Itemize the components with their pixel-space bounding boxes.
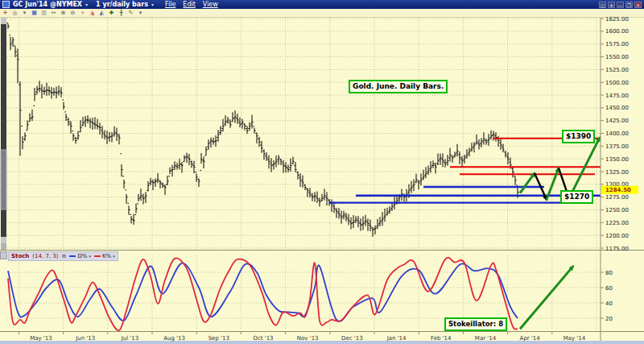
k-caret-icon[interactable]: ▾ xyxy=(113,254,115,259)
price-label-1250: 1250.00 xyxy=(605,207,629,213)
month-label-4: Sep '13 xyxy=(208,335,229,342)
panel-borders xyxy=(0,18,644,342)
window-bottom-edge xyxy=(0,341,644,344)
month-label-1: Jun '13 xyxy=(75,335,95,342)
price-label-1400: 1400.00 xyxy=(605,131,629,137)
chart-note-box[interactable]: Gold. June. Daily Bars. xyxy=(349,80,448,93)
chart-canvas: 1625.001600.001575.001550.001525.001500.… xyxy=(0,0,644,344)
stoch-label-80: 80 xyxy=(605,270,613,276)
scrollbar-up-button[interactable] xyxy=(1,18,6,24)
stoch-k-line xyxy=(8,258,518,331)
month-label-7: Dec '13 xyxy=(341,335,363,342)
scrollbar-down-button[interactable] xyxy=(1,237,6,243)
month-label-6: Nov '13 xyxy=(297,335,319,342)
month-label-5: Oct '13 xyxy=(253,335,273,342)
price-label-1325: 1325.00 xyxy=(605,169,629,176)
d-caret-icon[interactable]: ▾ xyxy=(89,254,91,259)
stoch-label-20: 20 xyxy=(605,316,613,322)
trading-app-window: GC Jun'14 @NYMEX ▾ 1 yr/daily bars ▾ Fil… xyxy=(0,0,644,344)
month-label-3: Aug '13 xyxy=(163,335,185,342)
stoch-expand-icon[interactable]: ⊕ xyxy=(62,253,67,259)
stoch-d-line xyxy=(8,263,518,321)
price-label-1175: 1175.00 xyxy=(605,246,629,252)
price-label-1575: 1575.00 xyxy=(605,41,629,48)
month-label-11: Apr '14 xyxy=(520,335,541,342)
scrollbar-thumb[interactable] xyxy=(1,150,6,209)
price-label-1350: 1350.00 xyxy=(605,156,629,163)
month-label-0: May '13 xyxy=(30,335,52,342)
month-label-8: Jan '14 xyxy=(386,335,407,342)
scrollbar-split-button[interactable] xyxy=(1,243,6,250)
target-1390-box[interactable]: $1390 xyxy=(562,130,595,143)
stoch-legend-k[interactable]: K% ▾ xyxy=(94,253,115,259)
last-price-label: 1284.50 xyxy=(605,187,631,193)
stokeillator-box[interactable]: Stokeillator: 8 xyxy=(444,317,507,331)
price-label-1525: 1525.00 xyxy=(605,67,629,73)
stoch-panel-header: Stoch (14, 7, 3) ⊕ D% ▾ K% ▾ xyxy=(8,251,118,261)
up-arrow-0 xyxy=(520,173,535,193)
price-axis: 1625.001600.001575.001550.001525.001500.… xyxy=(601,16,638,252)
price-label-1550: 1550.00 xyxy=(605,54,629,60)
left-scrollbar xyxy=(1,18,6,250)
month-label-12: May '14 xyxy=(564,335,586,342)
d-line-swatch xyxy=(69,255,76,257)
month-label-10: Mar '14 xyxy=(475,335,497,342)
month-label-9: Feb '14 xyxy=(431,335,452,342)
k-line-swatch xyxy=(94,255,101,257)
price-label-1600: 1600.00 xyxy=(605,28,629,35)
stoch-legend-d[interactable]: D% ▾ xyxy=(69,253,91,259)
price-label-1225: 1225.00 xyxy=(605,220,629,226)
month-label-2: Jul '13 xyxy=(121,335,139,342)
price-label-1475: 1475.00 xyxy=(605,93,629,99)
price-label-1450: 1450.00 xyxy=(605,105,629,111)
d-line-label: D% xyxy=(77,253,87,259)
trend-arrows xyxy=(520,138,600,329)
stoch-params: (14, 7, 3) xyxy=(32,253,58,259)
price-label-1275: 1275.00 xyxy=(605,194,629,201)
price-label-1425: 1425.00 xyxy=(605,118,629,124)
price-label-1375: 1375.00 xyxy=(605,143,629,150)
stoch-label-40: 40 xyxy=(605,300,613,307)
stoch-axis: 80604020 xyxy=(601,270,613,322)
price-label-1500: 1500.00 xyxy=(605,80,629,86)
price-bars xyxy=(6,23,518,237)
support-1270-box[interactable]: $1270 xyxy=(560,190,593,204)
time-axis: May '13Jun '13Jul '13Aug '13Sep '13Oct '… xyxy=(19,332,585,342)
stoch-label-60: 60 xyxy=(605,285,613,292)
stoch-indicator-name[interactable]: Stoch xyxy=(11,253,29,259)
k-line-label: K% xyxy=(102,253,111,259)
price-label-1200: 1200.00 xyxy=(605,233,629,239)
price-label-1625: 1625.00 xyxy=(605,16,629,23)
panel-collapse-icon[interactable] xyxy=(0,251,7,259)
stoch-up-arrow xyxy=(520,266,573,329)
scrollbar-track[interactable] xyxy=(1,18,6,250)
